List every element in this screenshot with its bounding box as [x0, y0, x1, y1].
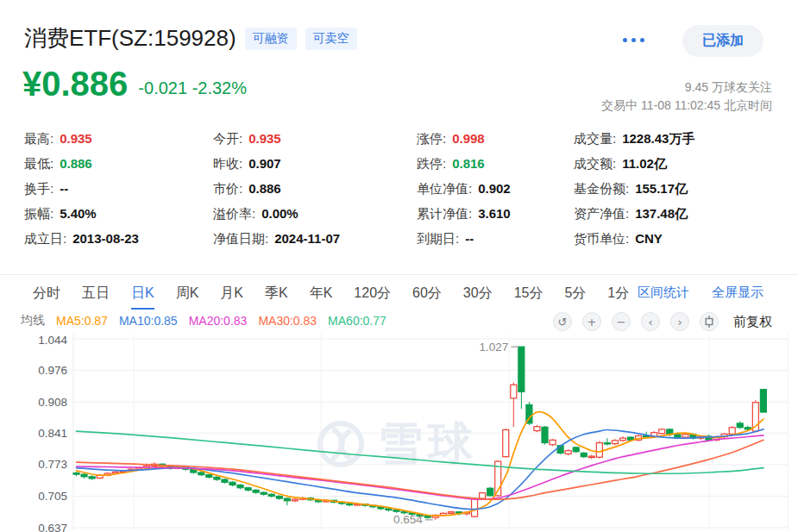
- tab-分时[interactable]: 分时: [33, 276, 60, 310]
- period-tabs: 分时五日日K周K月K季K年K120分60分30分15分5分1分: [0, 276, 629, 310]
- tab-五日[interactable]: 五日: [82, 276, 110, 310]
- stat-label: 昨收:: [213, 156, 242, 171]
- instrument-title: 消费ETF(SZ:159928): [24, 23, 236, 53]
- stat-row: 到期日:--: [417, 226, 574, 251]
- stat-label: 基金份额:: [574, 181, 629, 196]
- stat-value: 155.17亿: [635, 181, 688, 196]
- stat-row: 涨停:0.998: [417, 126, 574, 151]
- tab-60分[interactable]: 60分: [412, 276, 442, 310]
- y-axis-tick: 0.908: [38, 396, 67, 409]
- current-price: ¥0.886: [22, 64, 128, 103]
- stat-row: 溢价率:0.00%: [213, 201, 417, 226]
- stat-row: 成交额:11.02亿: [574, 151, 694, 176]
- stat-label: 资产净值:: [574, 206, 629, 221]
- fullscreen-link[interactable]: 全屏显示: [712, 285, 763, 301]
- y-axis-tick: 1.044: [38, 334, 67, 347]
- tab-周K[interactable]: 周K: [176, 276, 199, 310]
- stat-value: 0.816: [452, 156, 485, 171]
- y-axis-tick: 0.976: [38, 364, 67, 377]
- stat-label: 涨停:: [417, 131, 446, 146]
- tab-年K[interactable]: 年K: [310, 276, 333, 310]
- stat-label: 货币单位:: [574, 231, 629, 246]
- margin-eligible-badge: 可融资: [245, 28, 297, 50]
- ma-legend-item: MA60:0.77: [328, 314, 386, 328]
- range-stats-link[interactable]: 区间统计: [638, 285, 689, 301]
- stat-value: 5.40%: [60, 206, 97, 221]
- stat-label: 今开:: [213, 131, 242, 146]
- stat-label: 最低:: [24, 156, 53, 171]
- zoom-out-button[interactable]: −: [612, 312, 631, 331]
- stat-row: 最低:0.886: [24, 151, 213, 176]
- candle-style-button[interactable]: [700, 312, 719, 331]
- stat-row: 净值日期:2024-11-07: [213, 226, 417, 251]
- adjust-mode-selector[interactable]: 前复权: [733, 314, 772, 330]
- stat-value: 2013-08-23: [72, 231, 139, 246]
- stat-column-3: 涨停:0.998跌停:0.816单位净值:0.902累计净值:3.610到期日:…: [417, 126, 574, 251]
- stat-label: 最高:: [24, 131, 53, 146]
- stat-value: 137.48亿: [635, 206, 688, 221]
- grid-layer: 1.0440.9760.9080.8410.7730.7050.637: [38, 334, 788, 532]
- kline-chart[interactable]: 1.0440.9760.9080.8410.7730.7050.6371.027…: [0, 332, 798, 532]
- stat-value: 11.02亿: [622, 156, 667, 171]
- stat-label: 成交额:: [574, 156, 616, 171]
- stat-value: 0.907: [248, 156, 281, 171]
- stat-label: 净值日期:: [213, 231, 268, 246]
- stat-row: 货币单位:CNY: [574, 226, 694, 251]
- stat-value: CNY: [635, 231, 663, 246]
- stat-row: 单位净值:0.902: [417, 176, 574, 201]
- market-status-block: 9.45 万球友关注 交易中 11-08 11:02:45 北京时间: [601, 78, 772, 115]
- y-axis-tick: 0.637: [38, 522, 67, 532]
- stat-value: 0.00%: [261, 206, 298, 221]
- stat-row: 跌停:0.816: [417, 151, 574, 176]
- stat-value: 1228.43万手: [622, 131, 694, 146]
- stat-label: 单位净值:: [417, 181, 472, 196]
- candle-chart-icon: [705, 316, 713, 328]
- price-change: -0.021 -2.32%: [138, 78, 247, 103]
- ma-legend-item: MA20:0.83: [189, 314, 248, 328]
- tab-15分[interactable]: 15分: [514, 276, 544, 310]
- stat-row: 换手:--: [24, 176, 213, 201]
- stat-value: 0.886: [248, 181, 281, 196]
- quote-stats-grid: 最高:0.935最低:0.886换手:--振幅:5.40%成立日:2013-08…: [24, 126, 694, 251]
- tab-月K[interactable]: 月K: [220, 276, 243, 310]
- high-annotation: 1.027: [480, 341, 509, 354]
- added-to-watchlist-button[interactable]: 已添加: [682, 25, 763, 57]
- stat-row: 成交量:1228.43万手: [574, 126, 694, 151]
- chart-links: 区间统计全屏显示: [638, 285, 798, 301]
- period-tabbar: 分时五日日K周K月K季K年K120分60分30分15分5分1分 区间统计全屏显示: [0, 274, 798, 310]
- ma-legend-item: MA30:0.83: [258, 314, 317, 328]
- trading-status-line: 交易中 11-08 11:02:45 北京时间: [601, 97, 772, 115]
- stat-label: 累计净值:: [417, 206, 472, 221]
- tab-120分[interactable]: 120分: [354, 276, 391, 310]
- stat-row: 昨收:0.907: [213, 151, 417, 176]
- stat-column-2: 今开:0.935昨收:0.907市价:0.886溢价率:0.00%净值日期:20…: [213, 126, 417, 251]
- pan-right-button[interactable]: ›: [670, 312, 689, 331]
- y-axis-tick: 0.841: [38, 427, 67, 440]
- stat-value: 3.610: [478, 206, 511, 221]
- stat-label: 溢价率:: [213, 206, 255, 221]
- ma-legend-title: 均线: [21, 313, 45, 329]
- tab-季K[interactable]: 季K: [265, 276, 288, 310]
- stat-label: 到期日:: [417, 231, 459, 246]
- tab-5分[interactable]: 5分: [564, 276, 586, 310]
- pan-left-button[interactable]: ‹: [641, 312, 660, 331]
- stat-label: 振幅:: [24, 206, 53, 221]
- stat-label: 成立日:: [24, 231, 66, 246]
- stat-value: 2024-11-07: [274, 231, 340, 246]
- stat-value: 0.886: [60, 156, 92, 171]
- zoom-in-button[interactable]: +: [582, 312, 601, 331]
- tab-1分[interactable]: 1分: [607, 276, 629, 310]
- stat-row: 今开:0.935: [213, 126, 417, 151]
- stat-column-1: 最高:0.935最低:0.886换手:--振幅:5.40%成立日:2013-08…: [24, 126, 213, 251]
- ma-lines-layer: [77, 412, 763, 516]
- tab-日K[interactable]: 日K: [131, 276, 154, 310]
- reset-button[interactable]: ↺: [553, 312, 572, 331]
- ma-line-MA20: [77, 435, 763, 499]
- tab-30分[interactable]: 30分: [463, 276, 493, 310]
- stat-value: 0.998: [452, 131, 485, 146]
- stock-detail-page: 消费ETF(SZ:159928) 可融资 可卖空 已添加 ¥0.886 -0.0…: [0, 0, 798, 532]
- more-options-icon[interactable]: [623, 38, 644, 42]
- stat-row: 振幅:5.40%: [24, 201, 213, 226]
- stat-row: 累计净值:3.610: [417, 201, 574, 226]
- stat-label: 换手:: [24, 181, 53, 196]
